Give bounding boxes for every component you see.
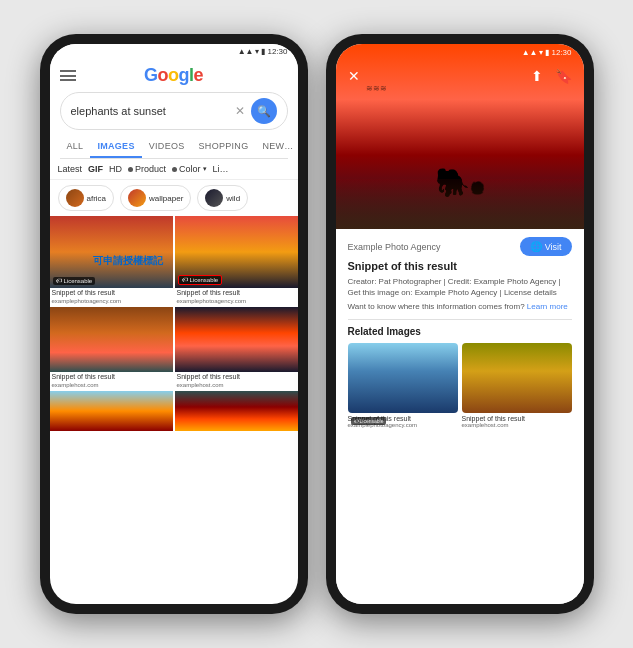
- chip-wallpaper-label: wallpaper: [149, 194, 183, 203]
- chip-africa[interactable]: africa: [58, 185, 115, 211]
- filter-color[interactable]: Color ▾: [172, 164, 207, 174]
- tab-news[interactable]: NEW…: [255, 136, 297, 158]
- image-row-2: Snippet of this result examplehost.com S…: [50, 307, 298, 389]
- related-images-title: Related Images: [348, 326, 572, 337]
- hero-image: ▲▲ ▾ ▮ 12:30 ✕ ⬆ 🔖 🐘: [336, 44, 584, 229]
- signal-icon: ▲▲: [238, 47, 254, 56]
- tab-images[interactable]: IMAGES: [90, 136, 141, 158]
- learn-more-link[interactable]: Learn more: [527, 302, 568, 311]
- related-item-2[interactable]: Snippet of this result examplehost.com: [462, 343, 572, 428]
- filter-latest[interactable]: Latest: [58, 164, 83, 174]
- chip-africa-img: [66, 189, 84, 207]
- grid-cell-4[interactable]: Snippet of this result examplehost.com: [175, 307, 298, 389]
- snippet-learn-more: Want to know where this information come…: [348, 301, 572, 312]
- right-phone: ▲▲ ▾ ▮ 12:30 ✕ ⬆ 🔖 🐘: [326, 34, 594, 614]
- left-phone-screen: ▲▲ ▾ ▮ 12:30 Google: [50, 44, 298, 604]
- right-battery-icon: ▮: [545, 48, 549, 57]
- chip-wallpaper-img: [128, 189, 146, 207]
- licensable-badge-1: 🏷 Licensable: [53, 277, 96, 285]
- want-to-know-text: Want to know where this information come…: [348, 302, 525, 311]
- chip-wild-avatar: [205, 189, 223, 207]
- bookmark-button[interactable]: 🔖: [555, 68, 572, 84]
- grid-cell-6[interactable]: [175, 391, 298, 431]
- licensable-badge-2: 🏷 Licensable: [178, 275, 223, 285]
- filter-dropdown-icon: ▾: [203, 165, 207, 173]
- hero-controls: ✕ ⬆ 🔖: [336, 60, 584, 92]
- licensable-icon-1: 🏷: [56, 278, 62, 284]
- image-row-1: 🏷 Licensable Snippet of this result exam…: [50, 216, 298, 305]
- agency-row: Example Photo Agency 🌐 Visit: [348, 237, 572, 256]
- img-source-1: examplephotoagency.com: [50, 297, 173, 305]
- right-status-bar: ▲▲ ▾ ▮ 12:30: [336, 44, 584, 61]
- filter-dot: [172, 167, 177, 172]
- right-signal-icon: ▲▲: [522, 48, 538, 57]
- hero-right-buttons: ⬆ 🔖: [531, 68, 572, 84]
- chip-wild[interactable]: wild: [197, 185, 248, 211]
- left-phone: ▲▲ ▾ ▮ 12:30 Google: [40, 34, 308, 614]
- search-magnifier-icon: 🔍: [257, 105, 271, 118]
- image-grid: 可申請授權標記 🏷 Licensable Snippet of this res…: [50, 216, 298, 604]
- related-img-1: 🏷 Licensable: [348, 343, 458, 413]
- search-clear-icon[interactable]: ✕: [235, 104, 245, 118]
- chip-wallpaper[interactable]: wallpaper: [120, 185, 191, 211]
- grid-cell-3[interactable]: Snippet of this result examplehost.com: [50, 307, 173, 389]
- time-display: 12:30: [267, 47, 287, 56]
- search-bar[interactable]: elephants at sunset ✕ 🔍: [60, 92, 288, 130]
- hamburger-menu[interactable]: [60, 70, 76, 81]
- related-img-bg-2: [462, 343, 572, 413]
- visit-globe-icon: 🌐: [530, 241, 542, 252]
- img-source-4: examplehost.com: [175, 381, 298, 389]
- google-header: Google elephants at sunset ✕ 🔍 ALL IMAGE…: [50, 59, 298, 159]
- licensable-text-1: Licensable: [64, 278, 93, 284]
- grid-image-1[interactable]: 🏷 Licensable: [50, 216, 173, 288]
- related-img-bg-1: [348, 343, 458, 413]
- close-button[interactable]: ✕: [348, 68, 360, 84]
- filter-li[interactable]: Li…: [213, 164, 229, 174]
- snippet-title: Snippet of this result: [348, 260, 572, 272]
- related-img-2: [462, 343, 572, 413]
- left-status-icons: ▲▲ ▾ ▮ 12:30: [238, 47, 288, 56]
- filter-gif[interactable]: GIF: [88, 164, 103, 174]
- grid-image-5[interactable]: [50, 391, 173, 431]
- filter-dot: [128, 167, 133, 172]
- chinese-overlay-text: 可申請授權標記: [93, 254, 163, 268]
- sunset-img-3: [50, 307, 173, 372]
- grid-cell-5[interactable]: [50, 391, 173, 431]
- hamburger-line: [60, 75, 76, 77]
- tab-all[interactable]: ALL: [60, 136, 91, 158]
- img-caption-4: Snippet of this result: [175, 372, 298, 381]
- chip-wild-label: wild: [226, 194, 240, 203]
- chip-wild-img: [205, 189, 223, 207]
- grid-cell-2[interactable]: 🏷 Licensable Snippet of this result exam…: [175, 216, 298, 305]
- tab-videos[interactable]: VIDEOS: [142, 136, 192, 158]
- img-caption-3: Snippet of this result: [50, 372, 173, 381]
- right-wifi-icon: ▾: [539, 48, 543, 57]
- phones-container: ▲▲ ▾ ▮ 12:30 Google: [40, 34, 594, 614]
- related-item-1[interactable]: 🏷 Licensable Snippet of this result exam…: [348, 343, 458, 428]
- right-time-display: 12:30: [551, 48, 571, 57]
- right-phone-screen: ▲▲ ▾ ▮ 12:30 ✕ ⬆ 🔖 🐘: [336, 44, 584, 604]
- nav-tabs: ALL IMAGES VIDEOS SHOPPING NEW…: [60, 136, 288, 159]
- chip-wallpaper-avatar: [128, 189, 146, 207]
- filter-hd[interactable]: HD: [109, 164, 122, 174]
- filter-product[interactable]: Product: [128, 164, 166, 174]
- snippet-text: Creator: Pat Photographer | Credit: Exam…: [348, 276, 572, 298]
- sunset-img-6: [175, 391, 298, 431]
- hamburger-line: [60, 70, 76, 72]
- visit-button[interactable]: 🌐 Visit: [520, 237, 572, 256]
- share-button[interactable]: ⬆: [531, 68, 543, 84]
- google-top-bar: Google: [60, 65, 288, 86]
- agency-name: Example Photo Agency: [348, 242, 441, 252]
- grid-image-6[interactable]: [175, 391, 298, 431]
- grid-image-2[interactable]: 🏷 Licensable: [175, 216, 298, 288]
- grid-image-3[interactable]: [50, 307, 173, 372]
- licensable-icon-2: 🏷: [182, 277, 188, 283]
- tab-shopping[interactable]: SHOPPING: [192, 136, 256, 158]
- grid-image-4[interactable]: [175, 307, 298, 372]
- google-logo: Google: [144, 65, 203, 86]
- hero-reflection: [336, 179, 584, 229]
- chip-africa-avatar: [66, 189, 84, 207]
- visit-label: Visit: [545, 242, 562, 252]
- licensable-text-2: Licensable: [190, 277, 219, 283]
- search-button[interactable]: 🔍: [251, 98, 277, 124]
